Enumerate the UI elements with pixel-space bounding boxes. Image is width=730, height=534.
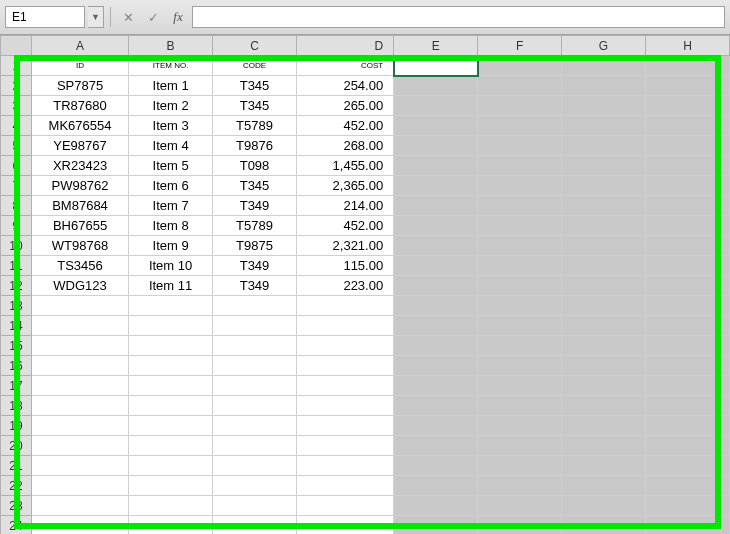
cell-D16[interactable] <box>296 356 393 376</box>
cell-C9[interactable]: T5789 <box>213 216 297 236</box>
cell-E1[interactable] <box>394 56 478 76</box>
cell-G10[interactable] <box>562 236 646 256</box>
column-header-b[interactable]: B <box>129 36 213 56</box>
cell-E20[interactable] <box>394 436 478 456</box>
cell-C3[interactable]: T345 <box>213 96 297 116</box>
cell-H13[interactable] <box>645 296 729 316</box>
cell-G3[interactable] <box>562 96 646 116</box>
cell-D1[interactable]: COST <box>296 56 393 76</box>
cell-B7[interactable]: Item 6 <box>129 176 213 196</box>
cell-D13[interactable] <box>296 296 393 316</box>
cell-G14[interactable] <box>562 316 646 336</box>
name-box-dropdown-icon[interactable]: ▼ <box>88 6 104 28</box>
cell-D5[interactable]: 268.00 <box>296 136 393 156</box>
cell-A18[interactable] <box>31 396 128 416</box>
cell-C19[interactable] <box>213 416 297 436</box>
cell-D2[interactable]: 254.00 <box>296 76 393 96</box>
cell-C11[interactable]: T349 <box>213 256 297 276</box>
cell-G2[interactable] <box>562 76 646 96</box>
cell-A11[interactable]: TS3456 <box>31 256 128 276</box>
insert-function-icon[interactable]: fx <box>167 6 189 28</box>
cell-F15[interactable] <box>478 336 562 356</box>
cell-F9[interactable] <box>478 216 562 236</box>
cell-C16[interactable] <box>213 356 297 376</box>
cell-E11[interactable] <box>394 256 478 276</box>
cell-D19[interactable] <box>296 416 393 436</box>
cell-E18[interactable] <box>394 396 478 416</box>
cell-A10[interactable]: WT98768 <box>31 236 128 256</box>
cell-B21[interactable] <box>129 456 213 476</box>
cell-C5[interactable]: T9876 <box>213 136 297 156</box>
name-box[interactable]: E1 <box>5 6 85 28</box>
cell-G16[interactable] <box>562 356 646 376</box>
select-all-corner[interactable] <box>1 36 32 56</box>
cell-G12[interactable] <box>562 276 646 296</box>
cell-G5[interactable] <box>562 136 646 156</box>
cell-D7[interactable]: 2,365.00 <box>296 176 393 196</box>
cell-C24[interactable] <box>213 516 297 535</box>
row-header-22[interactable]: 22 <box>1 476 32 496</box>
cell-E12[interactable] <box>394 276 478 296</box>
cell-F24[interactable] <box>478 516 562 535</box>
cell-F10[interactable] <box>478 236 562 256</box>
cell-E14[interactable] <box>394 316 478 336</box>
row-header-14[interactable]: 14 <box>1 316 32 336</box>
cell-H9[interactable] <box>645 216 729 236</box>
row-header-24[interactable]: 24 <box>1 516 32 535</box>
cell-A13[interactable] <box>31 296 128 316</box>
cell-B14[interactable] <box>129 316 213 336</box>
cell-G6[interactable] <box>562 156 646 176</box>
row-header-3[interactable]: 3 <box>1 96 32 116</box>
column-header-h[interactable]: H <box>645 36 729 56</box>
cell-A4[interactable]: MK676554 <box>31 116 128 136</box>
cell-H10[interactable] <box>645 236 729 256</box>
cell-E8[interactable] <box>394 196 478 216</box>
cell-D24[interactable] <box>296 516 393 535</box>
row-header-15[interactable]: 15 <box>1 336 32 356</box>
cell-G24[interactable] <box>562 516 646 535</box>
row-header-8[interactable]: 8 <box>1 196 32 216</box>
cell-D10[interactable]: 2,321.00 <box>296 236 393 256</box>
row-header-13[interactable]: 13 <box>1 296 32 316</box>
cell-H19[interactable] <box>645 416 729 436</box>
cell-B23[interactable] <box>129 496 213 516</box>
cell-G9[interactable] <box>562 216 646 236</box>
cell-G13[interactable] <box>562 296 646 316</box>
cell-H1[interactable] <box>645 56 729 76</box>
cell-H23[interactable] <box>645 496 729 516</box>
cell-D4[interactable]: 452.00 <box>296 116 393 136</box>
cell-G21[interactable] <box>562 456 646 476</box>
cell-F8[interactable] <box>478 196 562 216</box>
cell-F1[interactable] <box>478 56 562 76</box>
worksheet-grid[interactable]: ABCDEFGH 1IDITEM NO.CODECOST2SP7875Item … <box>0 35 730 534</box>
cell-F18[interactable] <box>478 396 562 416</box>
row-header-4[interactable]: 4 <box>1 116 32 136</box>
cell-E9[interactable] <box>394 216 478 236</box>
row-header-16[interactable]: 16 <box>1 356 32 376</box>
cell-D3[interactable]: 265.00 <box>296 96 393 116</box>
cell-D15[interactable] <box>296 336 393 356</box>
cell-D12[interactable]: 223.00 <box>296 276 393 296</box>
cell-F19[interactable] <box>478 416 562 436</box>
column-header-c[interactable]: C <box>213 36 297 56</box>
cell-F2[interactable] <box>478 76 562 96</box>
cell-H20[interactable] <box>645 436 729 456</box>
cell-A24[interactable] <box>31 516 128 535</box>
row-header-7[interactable]: 7 <box>1 176 32 196</box>
cell-B8[interactable]: Item 7 <box>129 196 213 216</box>
row-header-2[interactable]: 2 <box>1 76 32 96</box>
row-header-10[interactable]: 10 <box>1 236 32 256</box>
cell-G22[interactable] <box>562 476 646 496</box>
cell-F14[interactable] <box>478 316 562 336</box>
cell-B9[interactable]: Item 8 <box>129 216 213 236</box>
cell-D14[interactable] <box>296 316 393 336</box>
cell-H7[interactable] <box>645 176 729 196</box>
cell-A15[interactable] <box>31 336 128 356</box>
row-header-19[interactable]: 19 <box>1 416 32 436</box>
column-header-e[interactable]: E <box>394 36 478 56</box>
cell-A21[interactable] <box>31 456 128 476</box>
cell-H12[interactable] <box>645 276 729 296</box>
cell-C14[interactable] <box>213 316 297 336</box>
cell-F20[interactable] <box>478 436 562 456</box>
cell-C7[interactable]: T345 <box>213 176 297 196</box>
